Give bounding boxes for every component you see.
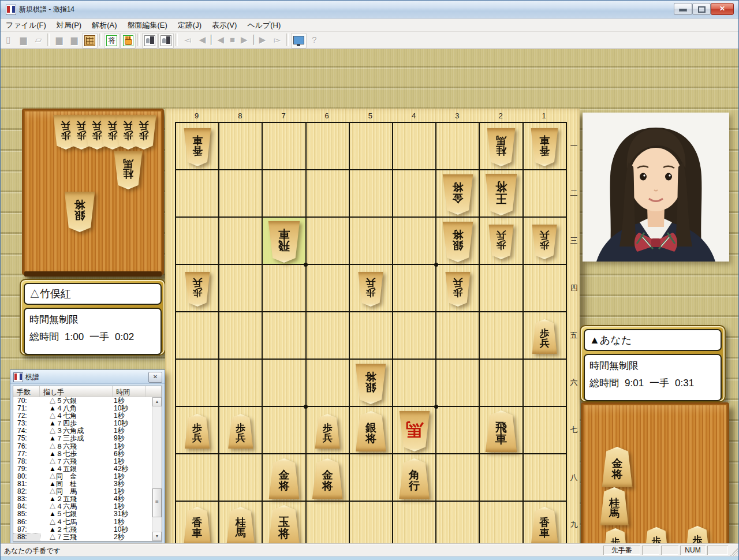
kifu-row-87:[interactable]: 87:▲２七飛10秒	[13, 526, 152, 533]
piece-text: 香 車	[192, 517, 203, 539]
sente-time-rule: 時間無制限	[589, 357, 716, 375]
piece-飛車-2-7[interactable]: 飛 車	[484, 410, 518, 452]
piece-玉将-7-9[interactable]: 玉 将	[267, 505, 301, 547]
piece-馬-4-7[interactable]: 馬	[398, 411, 431, 451]
kifu-move-list[interactable]: 手数指し手時間 70:△５六銀1秒71:▲４八角10秒72:△４七角1秒73:▲…	[13, 386, 162, 542]
piece-桂馬[interactable]: 桂 馬	[599, 487, 629, 525]
move-text: △４七馬	[40, 518, 113, 526]
gote-stand-base	[24, 271, 162, 277]
piece-歩兵[interactable]: 歩 兵	[130, 115, 157, 150]
rank-label-1: 一	[569, 141, 579, 151]
scrollbar-thumb[interactable]	[152, 488, 162, 517]
kifu-row-77:[interactable]: 77:▲８七歩6秒	[13, 450, 152, 458]
piece-桂馬-2-1[interactable]: 桂 馬	[486, 128, 516, 166]
kifu-row-71:[interactable]: 71:▲４八角10秒	[13, 405, 152, 412]
piece-香車-1-9[interactable]: 香 車	[530, 507, 559, 545]
rank-label-9: 九	[569, 520, 579, 530]
scroll-up-button[interactable]: ▲	[152, 397, 162, 406]
kifu-row-83:[interactable]: 83:▲２五飛4秒	[13, 495, 152, 503]
kifu-row-76:[interactable]: 76:△８六飛1秒	[13, 443, 152, 450]
piece-銀将-3-3[interactable]: 銀 将	[442, 222, 474, 262]
piece-桂馬-8-9[interactable]: 桂 馬	[226, 507, 256, 545]
resize-grip[interactable]	[730, 548, 738, 556]
piece-王将-2-2[interactable]: 王 将	[484, 174, 518, 215]
kifu-row-78:[interactable]: 78:△７六飛1秒	[13, 458, 152, 465]
toolbar: ▯▆▱▆▆将◅◀▏◀■▶▕▶▻?	[1, 32, 738, 49]
menu-定跡(J)[interactable]: 定跡(J)	[173, 18, 207, 32]
piece-歩兵-8-7[interactable]: 歩 兵	[227, 414, 254, 449]
analysis-window-icon[interactable]	[291, 33, 307, 48]
kifu-col-extra[interactable]	[146, 386, 162, 397]
piece-金将-3-2[interactable]: 金 将	[442, 174, 474, 215]
kifu-row-75:[interactable]: 75:▲７三歩成9秒	[13, 435, 152, 442]
menu-盤面編集(E)[interactable]: 盤面編集(E)	[122, 18, 173, 32]
kifu-row-70:[interactable]: 70:△５六銀1秒	[13, 397, 152, 405]
menu-表示(V)[interactable]: 表示(V)	[207, 18, 242, 32]
kifu-col-手数[interactable]: 手数	[13, 386, 40, 397]
kifu-row-80:[interactable]: 80:△同 金1秒	[13, 473, 152, 480]
kifu-row-79:[interactable]: 79:▲４五銀42秒	[13, 465, 152, 473]
file-label-3: 3	[451, 111, 463, 120]
piece-歩兵-3-4[interactable]: 歩 兵	[445, 272, 471, 307]
maximize-button[interactable]	[692, 3, 711, 15]
piece-歩兵-1-3[interactable]: 歩 兵	[531, 225, 558, 259]
piece-香車-9-1[interactable]: 香 車	[183, 128, 212, 166]
piece-香車-1-1[interactable]: 香 車	[530, 128, 559, 166]
menu-ヘルプ(H)[interactable]: ヘルプ(H)	[242, 18, 286, 32]
piece-金将-7-8[interactable]: 金 将	[268, 458, 300, 499]
kifu-col-指し手[interactable]: 指し手	[40, 386, 113, 397]
piece-text: 歩 兵	[540, 230, 550, 251]
forward-icon: ▶▕	[240, 33, 255, 47]
resign-icon[interactable]	[142, 33, 158, 48]
piece-金将[interactable]: 金 将	[601, 447, 633, 487]
kifu-row-72:[interactable]: 72:△４七角1秒	[13, 412, 152, 420]
piece-銀将-5-7[interactable]: 銀 将	[354, 411, 387, 451]
kifu-row-82:[interactable]: 82:△同 馬1秒	[13, 488, 152, 495]
piece-桂馬[interactable]: 桂 馬	[113, 151, 143, 189]
piece-銀将-5-6[interactable]: 銀 将	[354, 364, 387, 404]
kifu-list-header[interactable]: 手数指し手時間	[13, 386, 162, 397]
piece-金将-6-8[interactable]: 金 将	[311, 458, 344, 499]
kifu-scrollbar[interactable]: ▲ ▼	[152, 397, 162, 541]
board-edit-icon[interactable]	[82, 33, 98, 48]
menu-解析(A)[interactable]: 解析(A)	[87, 18, 122, 32]
piece-歩兵-9-4[interactable]: 歩 兵	[184, 272, 211, 307]
move-number: 78:	[13, 458, 40, 465]
piece-香車-9-9[interactable]: 香 車	[183, 507, 212, 545]
menu-bar: ファイル(F)対局(P)解析(A)盤面編集(E)定跡(J)表示(V)ヘルプ(H)	[1, 18, 738, 32]
close-button[interactable]	[711, 3, 734, 15]
kifu-row-84:[interactable]: 84:△４六馬1秒	[13, 503, 152, 510]
file-label-2: 2	[495, 111, 506, 120]
paste-icon: ▆	[67, 33, 81, 47]
shogi-board[interactable]: 987654321一二三四五六七八九香 車桂 馬香 車金 将王 将飛 車銀 将歩…	[165, 109, 580, 560]
piece-歩兵-6-7[interactable]: 歩 兵	[314, 414, 341, 449]
menu-対局(P)[interactable]: 対局(P)	[51, 18, 87, 32]
kifu-col-時間[interactable]: 時間	[113, 386, 146, 397]
kifu-list-rows[interactable]: 70:△５六銀1秒71:▲４八角10秒72:△４七角1秒73:▲７四歩10秒74…	[13, 397, 152, 541]
kifu-row-86:[interactable]: 86:△４七馬1秒	[13, 518, 152, 526]
kifu-row-81:[interactable]: 81:▲同 桂3秒	[13, 480, 152, 488]
review-icon[interactable]	[158, 33, 174, 48]
toolbar-separator	[176, 33, 178, 46]
kifu-close-button[interactable]: ✕	[148, 372, 162, 383]
minimize-button[interactable]	[674, 3, 692, 15]
title-bar[interactable]: 新規棋譜 - 激指14	[1, 1, 738, 18]
piece-角行-4-8[interactable]: 角 行	[398, 458, 431, 499]
piece-歩兵-2-3[interactable]: 歩 兵	[488, 225, 514, 259]
piece-歩兵-5-4[interactable]: 歩 兵	[357, 272, 384, 307]
takeback-hand-icon[interactable]	[120, 33, 136, 48]
kifu-title-bar[interactable]: 棋譜 ✕	[10, 370, 165, 384]
gote-piece-body: 銀 将	[442, 222, 474, 262]
menu-ファイル(F)[interactable]: ファイル(F)	[1, 18, 51, 32]
kifu-row-88:[interactable]: 88:△７三飛2秒	[13, 533, 152, 541]
gote-piece-body: 香 車	[183, 128, 212, 166]
piece-飛車-7-3[interactable]: 飛 車	[267, 221, 301, 263]
piece-銀将[interactable]: 銀 将	[64, 192, 96, 232]
status-message: あなたの手番です	[4, 546, 61, 556]
scroll-down-button[interactable]: ▼	[152, 532, 162, 541]
piece-歩兵-1-5[interactable]: 歩 兵	[531, 319, 558, 354]
piece-歩兵-9-7[interactable]: 歩 兵	[184, 414, 211, 449]
kifu-row-85:[interactable]: 85:▲５七銀31秒	[13, 510, 152, 518]
move-number: 87:	[13, 526, 40, 533]
piece-box-icon[interactable]: 将	[104, 33, 120, 48]
